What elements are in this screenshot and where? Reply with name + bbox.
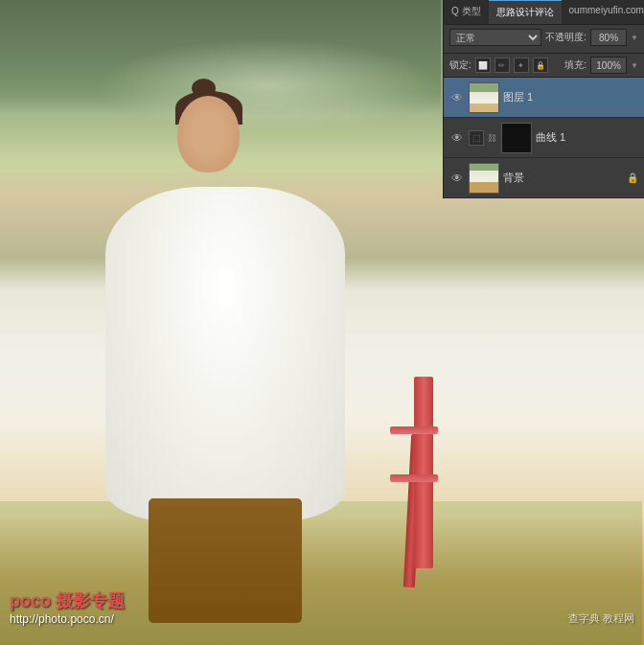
opacity-label: 不透明度: [545, 31, 586, 44]
fence-bar-1 [390, 426, 438, 434]
pants [149, 498, 302, 623]
layer-thumbnail-layer1 [469, 82, 499, 113]
head [177, 96, 240, 173]
tab-design[interactable]: 思路设计评论 [489, 0, 562, 24]
watermark-br-text: 查字典 教程网 [568, 612, 634, 624]
layer-controls: 正常 不透明度: ▼ [444, 25, 644, 54]
layer-visibility-background[interactable]: 👁 [449, 171, 465, 186]
layer-name-layer1: 图层 1 [503, 90, 638, 104]
watermark-brand-p: p [10, 591, 20, 610]
background-lock-icon: 🔒 [627, 173, 638, 183]
watermark-bottom-right: 查字典 教程网 [568, 611, 634, 626]
lock-icon-pixels[interactable]: ⬜ [475, 58, 491, 73]
fence-bar-2 [390, 474, 438, 482]
thumb-girl2-image [470, 164, 498, 193]
layer-extra-icons: ⬚ ⛓ [469, 130, 497, 146]
layer-visibility-layer1[interactable]: 👁 [449, 90, 465, 105]
thumb-girl-image [470, 83, 498, 112]
watermark-brand-oco: oco [20, 591, 51, 610]
watermark-subtitle: 摄影专题 [56, 591, 125, 610]
fill-label: 填充: [564, 58, 586, 72]
layer-item-background[interactable]: 👁 背景 🔒 [444, 158, 644, 198]
photoshop-layers-panel: Q 类型 思路设计评论 oummeiyufin.com 正常 不透明度: ▼ 锁… [443, 0, 644, 198]
layer-chain-icon: ⛓ [486, 132, 497, 144]
watermark-bottom-left: poco 摄影专题 http://photo.poco.cn/ [10, 589, 125, 626]
layer-name-background: 背景 [503, 171, 623, 185]
tab-site[interactable]: oummeiyufin.com [562, 0, 644, 24]
lock-icons-group: ⬜ ✏ ✦ 🔒 [475, 58, 562, 73]
lock-label: 锁定: [449, 58, 472, 72]
sweater [105, 187, 345, 522]
lock-icon-position[interactable]: ✦ [514, 58, 529, 73]
layers-list: 👁 图层 1 👁 ⬚ ⛓ 曲线 1 👁 背景 🔒 [444, 78, 644, 198]
opacity-chevron: ▼ [631, 34, 638, 42]
opacity-input[interactable] [590, 29, 627, 46]
adjustment-layer-icon: ⬚ [469, 130, 484, 146]
lock-fill-row: 锁定: ⬜ ✏ ✦ 🔒 填充: ▼ [444, 54, 644, 78]
tab-type[interactable]: Q 类型 [444, 0, 489, 24]
watermark-url: http://photo.poco.cn/ [10, 612, 125, 626]
layer-thumbnail-background [469, 163, 499, 194]
lock-icon-brush[interactable]: ✏ [494, 58, 510, 73]
fill-chevron: ▼ [631, 61, 638, 70]
layer-item-layer1[interactable]: 👁 图层 1 [444, 78, 644, 118]
fill-input[interactable] [590, 57, 627, 74]
fence-post-1 [414, 377, 433, 568]
blend-opacity-row: 正常 不透明度: ▼ [449, 29, 638, 46]
blend-mode-select[interactable]: 正常 [449, 29, 541, 46]
layer-item-curves1[interactable]: 👁 ⬚ ⛓ 曲线 1 [444, 118, 644, 158]
layer-visibility-curves1[interactable]: 👁 [449, 130, 465, 146]
lock-icon-all[interactable]: 🔒 [533, 58, 548, 73]
layer-name-curves1: 曲线 1 [536, 130, 638, 145]
watermark-brand: poco 摄影专题 [10, 589, 125, 612]
thumb-black-image [502, 124, 531, 152]
layer-thumbnail-curves1 [501, 123, 532, 153]
sky-mist-overlay [96, 38, 441, 134]
panel-tabs: Q 类型 思路设计评论 oummeiyufin.com [444, 0, 644, 25]
